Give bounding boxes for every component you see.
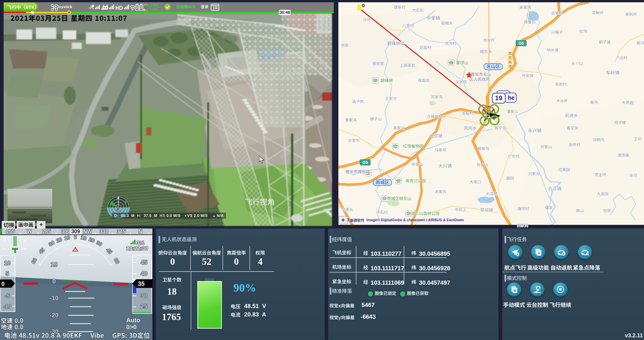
svg-text:5: 5	[6, 270, 9, 277]
svg-text:10: 10	[64, 234, 70, 241]
svg-text:A: A	[516, 253, 519, 256]
svg-text:19: 19	[495, 94, 502, 102]
svg-text:-10: -10	[3, 303, 11, 310]
svg-text:330: 330	[100, 228, 108, 234]
svg-text:A: A	[563, 253, 565, 256]
svg-text:90%: 90%	[144, 3, 148, 6]
svg-text:G5: G5	[518, 41, 524, 46]
svg-text:255: 255	[6, 228, 15, 234]
svg-text:W: W	[27, 228, 32, 234]
svg-text:300: 300	[61, 228, 70, 234]
svg-text:40: 40	[140, 270, 148, 277]
svg-text:-5: -5	[5, 293, 10, 299]
svg-text:-30: -30	[50, 328, 58, 335]
svg-text:10: 10	[80, 234, 87, 241]
svg-text:HD: HD	[115, 5, 123, 11]
svg-text:345: 345	[117, 228, 126, 234]
svg-text:10: 10	[4, 260, 10, 266]
svg-text:25: 25	[140, 303, 148, 310]
svg-text:-10: -10	[50, 295, 58, 302]
svg-text:35: 35	[138, 280, 145, 287]
svg-text:!: !	[587, 253, 588, 256]
svg-text:45: 45	[140, 259, 148, 266]
svg-text:10:22:30: 10:22:30	[126, 245, 148, 251]
svg-text:NW: NW	[83, 228, 92, 234]
svg-text:M: M	[514, 289, 516, 292]
svg-text:N: N	[138, 228, 142, 234]
svg-text:285: 285	[42, 228, 51, 234]
svg-text:3%: 3%	[136, 240, 144, 246]
svg-text:4.19V/C: 4.19V/C	[150, 4, 159, 6]
svg-text:30: 30	[140, 292, 148, 299]
svg-text:G5: G5	[362, 160, 368, 165]
svg-text:0: 0	[52, 278, 56, 285]
svg-text:10: 10	[51, 261, 58, 268]
svg-text:47V: 47V	[144, 9, 148, 12]
svg-text:A: A	[538, 251, 540, 255]
svg-text:he: he	[508, 95, 514, 101]
svg-text:0: 0	[1, 280, 4, 287]
svg-text:-20: -20	[50, 312, 58, 319]
svg-text:309: 309	[71, 228, 80, 234]
svg-text:2.0M/S: 2.0M/S	[150, 8, 158, 11]
svg-text:0: 0	[125, 201, 126, 203]
svg-text:+: +	[341, 216, 345, 223]
